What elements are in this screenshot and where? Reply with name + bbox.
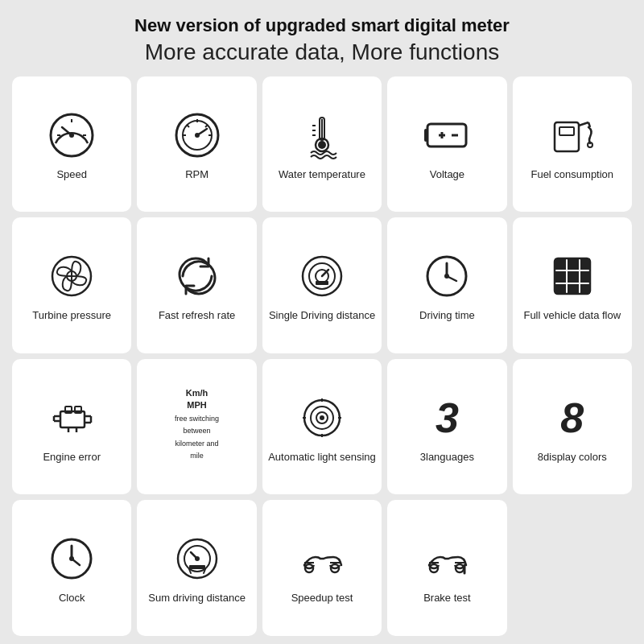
cell-water-temp: Water temperature — [262, 76, 382, 213]
number3-display: 3 — [436, 397, 459, 439]
svg-point-42 — [444, 274, 449, 279]
speedup-label: Speedup test — [291, 592, 353, 605]
cell-sum-drive: Sum driving distance — [137, 500, 256, 636]
svg-point-67 — [320, 415, 324, 420]
turbine-label: Turbine pressure — [32, 309, 111, 323]
single-drive-icon — [294, 248, 350, 304]
svg-rect-51 — [568, 284, 579, 294]
clock-label: Clock — [59, 592, 85, 605]
svg-rect-80 — [189, 565, 205, 569]
water-temp-label: Water temperature — [279, 168, 365, 182]
cell-fuel: Fuel consumption — [513, 76, 632, 213]
cell-brake: Brake test — [387, 500, 506, 636]
svg-point-2 — [69, 133, 74, 138]
sum-drive-icon — [169, 530, 225, 587]
svg-rect-46 — [580, 258, 590, 270]
cell-rpm: RPM — [137, 76, 256, 213]
water-temp-icon — [294, 107, 350, 163]
header: New version of upgraded smart digital me… — [12, 8, 632, 76]
rpm-label: RPM — [185, 168, 208, 182]
data-flow-icon — [544, 248, 601, 304]
cell-drive-time: Driving time — [387, 217, 506, 353]
speed-label: Speed — [56, 168, 87, 182]
cell-turbine: Turbine pressure — [12, 217, 131, 353]
fuel-icon — [544, 107, 601, 163]
svg-point-79 — [195, 556, 200, 561]
auto-light-icon — [294, 390, 350, 446]
cell-engine-error: Engine error — [12, 359, 131, 495]
voltage-label: Voltage — [430, 168, 464, 182]
refresh-icon — [169, 248, 225, 304]
brake-icon — [419, 530, 475, 587]
svg-rect-47 — [555, 271, 566, 283]
single-drive-label: Single Driving distance — [269, 309, 375, 323]
cell-colors: 88display colors — [513, 359, 632, 495]
cell-clock: Clock — [12, 500, 131, 636]
svg-rect-22 — [427, 124, 466, 147]
cell-speed: Speed — [12, 76, 131, 213]
clock-icon — [43, 530, 100, 587]
rpm-icon — [169, 107, 225, 163]
svg-line-13 — [187, 125, 189, 127]
languages-label: 3languages — [420, 451, 474, 464]
voltage-icon — [419, 107, 475, 163]
svg-point-75 — [69, 556, 74, 561]
languages-icon: 3 — [419, 390, 475, 446]
refresh-label: Fast refresh rate — [159, 309, 235, 323]
speed-icon — [43, 107, 100, 163]
svg-point-18 — [318, 141, 326, 149]
colors-label: 8display colors — [538, 451, 607, 464]
svg-rect-44 — [555, 258, 566, 270]
svg-rect-17 — [321, 119, 323, 138]
engine-error-icon — [43, 390, 100, 446]
data-flow-label: Full vehicle data flow — [523, 309, 621, 323]
svg-rect-37 — [316, 281, 328, 285]
svg-rect-50 — [555, 284, 566, 294]
brake-label: Brake test — [423, 592, 471, 605]
svg-rect-23 — [424, 129, 427, 142]
svg-rect-45 — [568, 258, 579, 270]
page: New version of upgraded smart digital me… — [0, 0, 644, 644]
svg-rect-52 — [580, 284, 590, 294]
engine-error-label: Engine error — [43, 451, 101, 464]
feature-grid: Speed RPM Water temperature — [12, 76, 632, 636]
drive-time-icon — [419, 248, 475, 304]
fuel-label: Fuel consumption — [530, 168, 613, 182]
number8-display: 8 — [560, 397, 584, 439]
svg-rect-49 — [580, 271, 590, 283]
cell-single-drive: Single Driving distance — [262, 217, 382, 353]
drive-time-label: Driving time — [419, 309, 475, 323]
header-subtitle: More accurate data, More functions — [12, 38, 632, 67]
cell-voltage: Voltage — [387, 76, 506, 213]
cell-refresh: Fast refresh rate — [137, 217, 256, 353]
speedup-icon — [294, 530, 350, 587]
svg-rect-48 — [568, 271, 579, 283]
svg-rect-53 — [60, 411, 85, 427]
cell-kmh-mph: Km/hMPHfree switching betweenkilometer a… — [137, 359, 256, 495]
cell-auto-light: Automatic light sensing — [262, 359, 382, 495]
svg-line-14 — [205, 125, 208, 127]
colors-icon: 8 — [544, 390, 601, 446]
auto-light-label: Automatic light sensing — [268, 451, 376, 464]
turbine-icon — [43, 248, 100, 304]
cell-speedup: Speedup test — [262, 500, 382, 636]
kmh-mph-icon: Km/hMPHfree switching betweenkilometer a… — [169, 396, 225, 452]
cell-data-flow: Full vehicle data flow — [513, 217, 632, 353]
kmh-text: Km/hMPHfree switching betweenkilometer a… — [169, 387, 225, 461]
header-title: New version of upgraded smart digital me… — [12, 14, 632, 38]
sum-drive-label: Sum driving distance — [148, 592, 246, 605]
cell-languages: 33languages — [387, 359, 506, 495]
svg-point-31 — [588, 142, 592, 147]
svg-point-9 — [195, 133, 200, 138]
svg-rect-28 — [559, 127, 574, 135]
svg-line-29 — [579, 122, 588, 126]
